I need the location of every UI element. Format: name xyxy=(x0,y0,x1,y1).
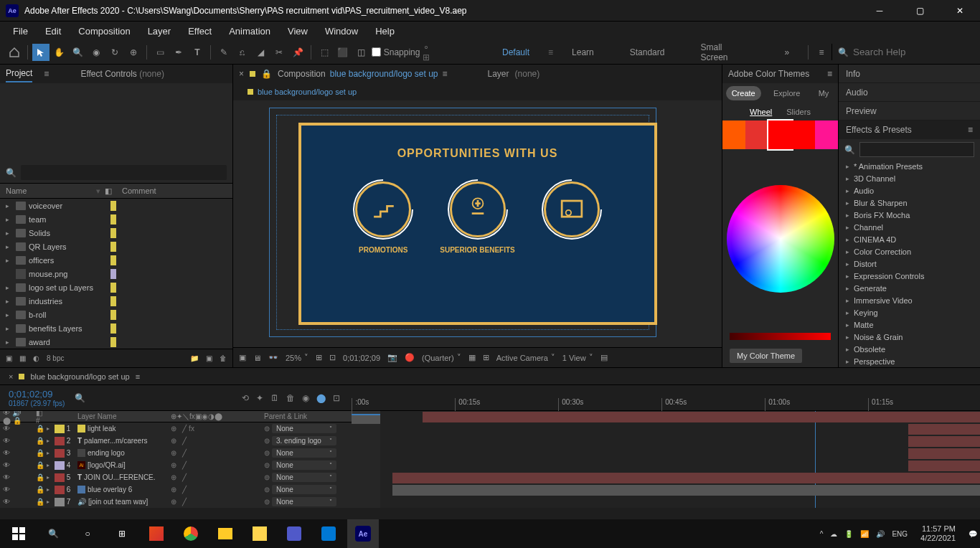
tl-btn[interactable]: ✦ xyxy=(256,393,263,403)
zoom-dropdown[interactable]: 25% ˅ xyxy=(286,353,308,362)
viewer-btn[interactable]: ▦ xyxy=(468,353,476,362)
color-swatches[interactable] xyxy=(722,121,838,149)
tray-up-icon[interactable]: ^ xyxy=(820,530,824,538)
col-comment[interactable]: Comment xyxy=(122,186,227,195)
effects-search-input[interactable] xyxy=(859,142,974,157)
workspace-small[interactable]: Small Screen xyxy=(683,42,768,62)
camera-dropdown[interactable]: Active Camera ˅ xyxy=(496,353,555,362)
search-help[interactable]: 🔍 xyxy=(831,44,974,60)
pen-tool[interactable]: ✒ xyxy=(170,44,187,61)
col-color-icon[interactable]: ◧ xyxy=(105,186,118,196)
workspace-default[interactable]: Default xyxy=(485,47,547,57)
layer-bar[interactable] xyxy=(908,460,980,471)
layer-bar[interactable] xyxy=(908,436,980,447)
chrome-icon[interactable] xyxy=(175,519,207,548)
hand-tool[interactable]: ✋ xyxy=(51,44,68,61)
timeline-layer-row[interactable]: 👁 🔒 ▸ 3 ending logo ⊕ ╱ ⊚ None ˅ xyxy=(0,447,380,459)
language-indicator[interactable]: ENG xyxy=(892,530,908,538)
cortana-button[interactable]: ○ xyxy=(72,519,103,548)
viewer-btn[interactable]: ⊡ xyxy=(329,353,336,362)
layer-bar[interactable] xyxy=(392,473,980,483)
footer-btn[interactable]: ▣ xyxy=(6,354,12,362)
menu-layer[interactable]: Layer xyxy=(141,24,179,38)
audio-panel-tab[interactable]: Audio xyxy=(839,83,980,102)
effect-category[interactable]: ▸Matte xyxy=(839,318,980,331)
tl-btn[interactable]: ◉ xyxy=(302,393,309,403)
timeline-comp-name[interactable]: blue background/logo set up xyxy=(30,372,129,381)
close-tab-icon[interactable]: × xyxy=(9,372,13,381)
viewer-btn[interactable]: ▣ xyxy=(239,353,246,362)
effect-category[interactable]: ▸Keying xyxy=(839,306,980,318)
layer-bar[interactable] xyxy=(908,448,980,459)
explorer-icon[interactable] xyxy=(209,519,241,548)
footer-btn[interactable]: ◐ xyxy=(33,354,39,362)
timeline-tracks[interactable] xyxy=(380,411,980,508)
local-axis-tool[interactable]: ⬚ xyxy=(316,44,333,61)
layer-bar[interactable] xyxy=(392,485,980,496)
effect-category[interactable]: ▸Distort xyxy=(839,258,980,270)
office-icon[interactable] xyxy=(141,519,172,548)
color-wheel[interactable] xyxy=(727,185,834,293)
menu-edit[interactable]: Edit xyxy=(38,24,68,38)
minimize-button[interactable]: ─ xyxy=(865,2,894,19)
menu-effect[interactable]: Effect xyxy=(181,24,219,38)
viewer-btn[interactable]: ▤ xyxy=(600,353,608,362)
zoom-tool[interactable]: 🔍 xyxy=(70,44,87,61)
effect-category[interactable]: ▸3D Channel xyxy=(839,172,980,184)
project-item[interactable]: ▸logo set up Layers xyxy=(0,280,232,294)
project-search-input[interactable] xyxy=(21,165,227,180)
composition-viewer[interactable]: OPPORTUNITIES WITH US PROMOTIONS SUPERIO… xyxy=(233,100,722,347)
effect-category[interactable]: ▸Blur & Sharpen xyxy=(839,197,980,209)
effect-category[interactable]: ▸Obsolete xyxy=(839,343,980,355)
effect-category[interactable]: ▸* Animation Presets xyxy=(839,160,980,172)
effect-category[interactable]: ▸Color Correction xyxy=(839,245,980,258)
effect-category[interactable]: ▸CINEMA 4D xyxy=(839,233,980,245)
new-folder-button[interactable]: 📁 xyxy=(190,354,199,362)
workspace-menu[interactable]: ≡ xyxy=(813,44,830,61)
delete-button[interactable]: 🗑 xyxy=(220,354,227,362)
text-tool[interactable]: T xyxy=(189,44,206,61)
explore-tab[interactable]: Explore xyxy=(768,86,806,100)
effect-category[interactable]: ▸Perspective xyxy=(839,355,980,367)
battery-icon[interactable]: 🔋 xyxy=(844,530,853,538)
menu-view[interactable]: View xyxy=(281,24,315,38)
panel-menu-icon[interactable]: ≡ xyxy=(968,125,973,135)
project-item[interactable]: ▸QR Layers xyxy=(0,240,232,253)
close-button[interactable]: ✕ xyxy=(946,2,974,19)
project-item[interactable]: ▸benefits Layers xyxy=(0,321,232,335)
menu-window[interactable]: Window xyxy=(318,24,365,38)
home-tool[interactable] xyxy=(6,44,23,61)
menu-help[interactable]: Help xyxy=(368,24,402,38)
project-item[interactable]: ▸Solids xyxy=(0,226,232,240)
roto-tool[interactable]: ✂ xyxy=(270,44,288,61)
timeline-layer-row[interactable]: 👁 🔒 ▸ 5 T JOIN OU...FERENCE. ⊕ ╱ ⊚ None … xyxy=(0,471,380,483)
layer-bar[interactable] xyxy=(423,412,980,422)
after-effects-icon[interactable]: Ae xyxy=(347,519,379,548)
view-dropdown[interactable]: 1 View ˅ xyxy=(562,353,593,362)
timeline-layer-row[interactable]: 👁 🔒 ▸ 6 blue overlay 6 ⊕ ╱ ⊚ None ˅ xyxy=(0,483,380,496)
project-item[interactable]: ▸team xyxy=(0,212,232,226)
maximize-button[interactable]: ▢ xyxy=(905,2,934,19)
footer-btn[interactable]: ▦ xyxy=(19,354,26,362)
tl-btn[interactable]: ⊡ xyxy=(333,393,340,403)
project-tree[interactable]: ▸voiceover▸team▸Solids▸QR Layers▸officer… xyxy=(0,199,232,349)
project-tab[interactable]: Project xyxy=(6,65,32,82)
tl-btn[interactable]: 🗓 xyxy=(270,393,279,403)
rect-tool[interactable]: ▭ xyxy=(151,44,169,61)
timeline-search-input[interactable] xyxy=(88,392,232,403)
timeline-timecode[interactable]: 0;01;02;09 xyxy=(9,389,65,400)
brush-tool[interactable]: ✎ xyxy=(215,44,232,61)
effect-controls-tab[interactable]: Effect Controls (none) xyxy=(80,66,164,82)
panel-menu-icon[interactable]: ≡ xyxy=(827,69,832,79)
project-tab-menu[interactable]: ≡ xyxy=(44,69,49,79)
resolution-dropdown[interactable]: (Quarter) ˅ xyxy=(422,353,461,362)
col-name[interactable]: Name xyxy=(6,186,92,195)
breadcrumb[interactable]: blue background/logo set up xyxy=(258,88,357,96)
timeline-layer-row[interactable]: 👁 🔒 ▸ 7 🔊 [join out team wav] ⊕ ╱ ⊚ None… xyxy=(0,496,380,508)
project-item[interactable]: ▸industries xyxy=(0,294,232,308)
snapshot-button[interactable]: 📷 xyxy=(387,353,397,362)
comp-name[interactable]: blue background/logo set up xyxy=(330,69,438,79)
tl-btn[interactable]: ⬤ xyxy=(316,393,326,403)
color-swatch[interactable] xyxy=(815,121,838,149)
info-panel-tab[interactable]: Info xyxy=(839,65,980,83)
